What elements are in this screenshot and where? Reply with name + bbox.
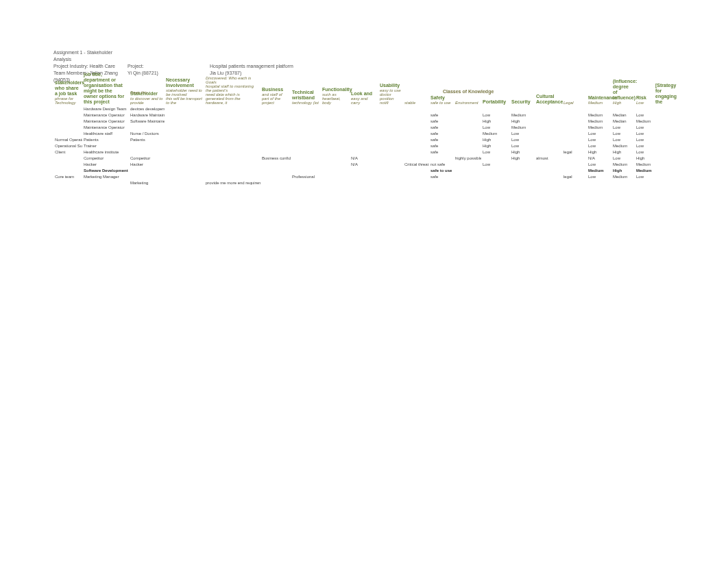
cell: [53, 118, 82, 124]
cell: [562, 161, 587, 167]
table-row: HackerHackerN/ACritical threatnot safeLo…: [53, 161, 681, 167]
cell: [260, 167, 291, 173]
cell: [321, 112, 350, 118]
cell: Marketing: [129, 179, 165, 186]
cell: High: [510, 118, 535, 124]
cell: [321, 149, 350, 155]
h-col15: Cultural Acceptance: [536, 94, 563, 104]
h-col18: (Influence: degree of influence): [613, 79, 637, 100]
cell: [291, 130, 321, 136]
cell: [611, 105, 635, 112]
cell: [562, 124, 587, 130]
h-col10-mix: stable: [404, 101, 428, 105]
cell: [378, 142, 403, 149]
cell: Low: [635, 149, 654, 155]
cell: [454, 136, 481, 142]
cell: [535, 105, 562, 112]
cell: legal: [562, 173, 587, 179]
h-col11: Safety: [430, 95, 445, 100]
cell: [204, 130, 260, 136]
cell: [562, 142, 587, 149]
cell: [378, 105, 403, 112]
cell: safe: [429, 136, 454, 142]
table-row: Hardware Design Teamdevices developers: [53, 105, 681, 112]
cell: [291, 155, 321, 161]
cell: [654, 155, 681, 161]
cell: [321, 105, 350, 112]
cell: safe: [429, 124, 454, 130]
cell: Medium: [611, 173, 635, 179]
h-col9: Usability: [380, 83, 400, 88]
cell: [129, 173, 165, 179]
cell: [454, 142, 481, 149]
cell: [611, 179, 635, 186]
cell: [321, 124, 350, 130]
cell: [321, 155, 350, 161]
cell: Low: [611, 155, 635, 161]
h-col8-sub: easy and carry: [351, 97, 377, 105]
cell: [378, 112, 403, 118]
cell: [535, 142, 562, 149]
cell: [321, 179, 350, 186]
cell: [291, 105, 321, 112]
cell: Core team: [53, 173, 82, 179]
cell: [535, 118, 562, 124]
cell: [378, 179, 403, 186]
cell: [165, 112, 204, 118]
cell: Medium: [587, 112, 611, 118]
cell: [403, 142, 429, 149]
cell: [535, 149, 562, 155]
cell: [260, 149, 291, 155]
cell: [654, 179, 681, 186]
h-col14: Security: [511, 99, 531, 104]
cell: [378, 155, 403, 161]
cell: [562, 105, 587, 112]
cell: High: [481, 118, 510, 124]
cell: [165, 118, 204, 124]
cell: Operational Support: [53, 142, 82, 149]
cell: [454, 167, 481, 173]
cell: [654, 130, 681, 136]
cell: [654, 105, 681, 112]
industry-label: Project Industry:: [53, 64, 88, 68]
cell: [321, 130, 350, 136]
cell: Medium: [611, 142, 635, 149]
cell: Patients: [82, 136, 129, 142]
cell: [403, 112, 429, 118]
cell: [454, 173, 481, 179]
cell: [291, 118, 321, 124]
h-col19-mix: Low: [636, 101, 653, 105]
cell: Low: [587, 142, 611, 149]
cell: High: [510, 155, 535, 161]
cell: Hardware Design Team: [82, 105, 129, 112]
cell: [429, 155, 454, 161]
cell: Medium: [510, 124, 535, 130]
cell: [654, 112, 681, 118]
stakeholder-table: Classes of Knowledge stakeholders who sh…: [53, 88, 681, 186]
cell: safe: [429, 130, 454, 136]
industry-value: Health Care: [90, 64, 115, 68]
cell: [635, 105, 654, 112]
cell: [535, 130, 562, 136]
cell: [291, 142, 321, 149]
cell: [587, 105, 611, 112]
cell: [403, 136, 429, 142]
cell: [454, 130, 481, 136]
cell: Medium: [587, 124, 611, 130]
cell: [350, 112, 378, 118]
cell: [562, 136, 587, 142]
project-value: Hospital patients management platform: [210, 63, 347, 70]
cell: Business confidential: [260, 155, 291, 161]
h-col4-sub: Discovered: Who each is Goals: [206, 76, 259, 84]
cell: [321, 161, 350, 167]
cell: provide me more end requirements: [204, 179, 260, 186]
h-col5: Business: [262, 87, 283, 92]
cell: Low: [635, 142, 654, 149]
cell: [378, 173, 403, 179]
cell: Low: [510, 130, 535, 136]
table-row: Maintenance OperatorHardware Maintainers…: [53, 112, 681, 118]
cell: Low: [587, 136, 611, 142]
cell: [510, 167, 535, 173]
cell: High: [635, 155, 654, 161]
h-col3-sub: stakeholder need to be involved: [166, 88, 203, 97]
